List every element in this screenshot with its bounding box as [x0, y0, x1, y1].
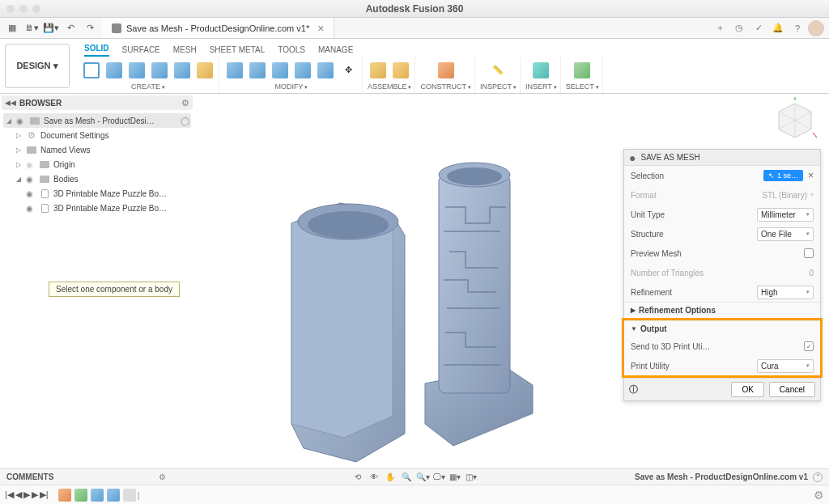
redo-icon[interactable]: ↷	[81, 19, 99, 37]
viewport-icon[interactable]: ◫▾	[464, 471, 478, 484]
tab-close-icon[interactable]: ×	[317, 22, 324, 35]
tl-feature-2[interactable]	[74, 489, 87, 502]
row-printutil: Print Utility Cura	[624, 356, 820, 375]
tl-start-icon[interactable]: |◀	[5, 489, 14, 500]
tl-feature-5[interactable]	[123, 489, 136, 502]
notifications-icon[interactable]: 🔔	[769, 19, 787, 37]
timeline-settings-icon[interactable]: ⚙	[814, 489, 824, 502]
tree-bodies[interactable]: ◢◉Bodies	[3, 172, 191, 186]
tab-surface[interactable]: SURFACE	[122, 45, 160, 57]
sendto-checkbox[interactable]	[804, 341, 814, 351]
extensions-icon[interactable]: ◷	[730, 19, 748, 37]
structure-select[interactable]: One File	[757, 227, 814, 241]
status-text: Save as Mesh - ProductDesignOnline.com v…	[635, 472, 808, 481]
group-insert-label[interactable]: INSERT	[525, 83, 557, 91]
unit-select[interactable]: Millimeter	[757, 208, 814, 222]
preview-checkbox[interactable]	[804, 248, 814, 258]
grid-icon[interactable]: ▦▾	[448, 471, 462, 484]
browser-settings-icon[interactable]: ⚙	[181, 98, 189, 108]
user-avatar[interactable]	[808, 20, 824, 36]
selection-chip[interactable]: ↖ 1 se…	[763, 170, 803, 181]
viewcube[interactable]	[772, 97, 818, 142]
group-construct-label[interactable]: CONSTRUCT	[420, 83, 470, 91]
collapse-icon[interactable]: ◀◀	[5, 99, 16, 107]
group-modify-label[interactable]: MODIFY	[275, 83, 308, 91]
help-icon[interactable]: ?	[789, 19, 806, 37]
tl-feature-3[interactable]	[91, 489, 104, 502]
move-icon[interactable]: ✥	[338, 60, 359, 81]
group-assemble-label[interactable]: ASSEMBLE	[368, 83, 411, 91]
pin-icon[interactable]: ●	[629, 151, 636, 164]
section-refine-opts[interactable]: ▶Refinement Options	[624, 302, 820, 318]
extrude-tool-icon[interactable]	[126, 60, 147, 81]
shell-icon[interactable]	[292, 60, 313, 81]
comments-label[interactable]: COMMENTS	[6, 472, 53, 481]
tl-feature-1[interactable]	[58, 489, 71, 502]
save-icon[interactable]: 💾▾	[42, 19, 60, 37]
doc-icon	[112, 23, 121, 33]
ok-button[interactable]: OK	[731, 382, 763, 397]
browser-header[interactable]: ◀◀ BROWSER ⚙	[2, 95, 193, 110]
tl-end-icon[interactable]: ▶|	[40, 489, 49, 500]
file-menu-icon[interactable]: 🗎▾	[23, 19, 40, 37]
tl-feature-4[interactable]	[107, 489, 120, 502]
tl-fwd-icon[interactable]: ▶	[32, 489, 38, 500]
insert-icon[interactable]	[530, 60, 551, 81]
emboss-tool-icon[interactable]	[194, 60, 215, 81]
display-icon[interactable]: 🖵▾	[432, 471, 446, 484]
workspace-switcher[interactable]: DESIGN ▾	[5, 44, 70, 88]
section-output[interactable]: ▼Output	[624, 320, 820, 337]
row-unittype: Unit Type Millimeter	[624, 205, 820, 224]
tab-solid[interactable]: SOLID	[84, 44, 109, 57]
look-icon[interactable]: 👁	[367, 471, 381, 484]
tab-tools[interactable]: TOOLS	[278, 45, 305, 57]
presspull-icon[interactable]	[224, 60, 245, 81]
tab-manage[interactable]: MANAGE	[318, 45, 353, 57]
plane-icon[interactable]	[436, 60, 457, 81]
tree-root[interactable]: ◢◉ Save as Mesh - ProductDesi… ◯	[3, 113, 191, 128]
tree-body-2[interactable]: ◉3D Printable Maze Puzzle Bo…	[3, 201, 191, 215]
radio-icon[interactable]: ◯	[181, 116, 189, 125]
pan-icon[interactable]: ✋	[383, 471, 397, 484]
revolve-tool-icon[interactable]	[149, 60, 170, 81]
group-select-label[interactable]: SELECT	[566, 83, 599, 91]
orbit-icon[interactable]: ⟲	[351, 471, 365, 484]
tree-origin[interactable]: ▷◉Origin	[3, 157, 191, 172]
printutil-select[interactable]: Cura	[757, 359, 814, 373]
undo-icon[interactable]: ↶	[62, 19, 79, 37]
asbuilt-icon[interactable]	[390, 60, 411, 81]
tab-sheetmetal[interactable]: SHEET METAL	[210, 45, 266, 57]
measure-icon[interactable]: 📏	[487, 60, 508, 81]
document-tab[interactable]: Save as Mesh - ProductDesignOnline.com v…	[102, 18, 334, 38]
tree-docsettings[interactable]: ▷⚙Document Settings	[3, 128, 191, 142]
tree-body-1[interactable]: ◉3D Printable Maze Puzzle Bo…	[3, 186, 191, 201]
zoom-icon[interactable]: 🔍	[399, 471, 414, 484]
apps-icon[interactable]: ▦	[3, 19, 21, 37]
group-create-label[interactable]: CREATE	[131, 83, 165, 91]
sweep-tool-icon[interactable]	[172, 60, 193, 81]
refinement-select[interactable]: High	[757, 286, 814, 299]
chamfer-icon[interactable]	[270, 60, 291, 81]
box-tool-icon[interactable]	[104, 60, 125, 81]
joint-icon[interactable]	[368, 60, 389, 81]
tree-namedviews[interactable]: ▷Named Views	[3, 142, 191, 157]
new-doc-icon[interactable]: ＋	[711, 19, 729, 37]
fillet-icon[interactable]	[247, 60, 268, 81]
select-icon[interactable]	[572, 60, 593, 81]
fit-icon[interactable]: 🔍▾	[415, 471, 430, 484]
job-status-icon[interactable]: ✓	[750, 19, 767, 37]
tl-play-icon[interactable]: ▶	[23, 489, 30, 500]
cancel-button[interactable]: Cancel	[769, 382, 815, 397]
group-inspect-label[interactable]: INSPECT	[480, 83, 517, 91]
browser-title: BROWSER	[19, 99, 181, 108]
tl-back-icon[interactable]: ◀	[15, 489, 22, 500]
tab-mesh[interactable]: MESH	[173, 45, 197, 57]
status-expand-icon[interactable]: ⌃	[813, 472, 823, 482]
ribbon: DESIGN ▾ SOLID SURFACE MESH SHEET METAL …	[0, 39, 829, 94]
comments-settings-icon[interactable]: ⚙	[159, 472, 166, 481]
info-icon[interactable]: ⓘ	[629, 383, 638, 396]
selection-clear-icon[interactable]: ×	[808, 170, 814, 181]
combine-icon[interactable]	[315, 60, 336, 81]
dialog-header[interactable]: ● SAVE AS MESH	[624, 150, 820, 166]
sketch-tool-icon[interactable]	[81, 60, 102, 81]
